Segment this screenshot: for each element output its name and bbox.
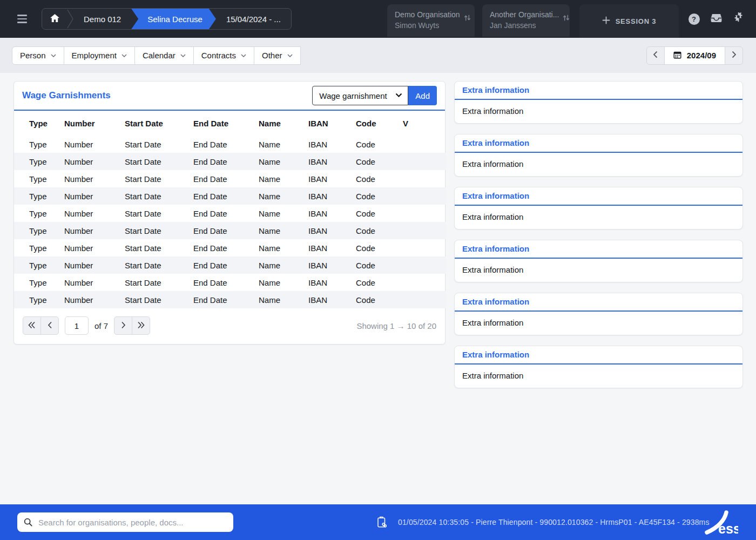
cell-end-date: End Date — [189, 170, 254, 187]
cell-code: Code — [352, 256, 399, 274]
inbox-button[interactable] — [710, 13, 722, 25]
extra-information-card-title[interactable]: Extra information — [455, 293, 742, 312]
cell-v — [399, 153, 446, 170]
breadcrumb-item[interactable]: Demo 012 — [73, 9, 131, 29]
breadcrumb-item-label: Selina Decruse — [147, 15, 202, 24]
cell-iban: IBAN — [304, 187, 352, 205]
cell-v — [399, 274, 446, 291]
extra-information-card-title[interactable]: Extra information — [455, 240, 742, 259]
page-number-input[interactable] — [65, 316, 89, 335]
cell-number: Number — [60, 170, 120, 187]
cell-code: Code — [352, 205, 399, 222]
cell-code: Code — [352, 187, 399, 205]
add-button[interactable]: Add — [408, 86, 437, 105]
column-header: End Date — [189, 111, 254, 136]
extra-information-card-body: Extra information — [455, 206, 742, 229]
chevron-right-icon — [121, 321, 126, 330]
cell-iban: IBAN — [304, 170, 352, 187]
chevron-down-icon — [122, 54, 127, 57]
extra-information-card: Extra information Extra information — [454, 81, 743, 124]
help-button[interactable]: ? — [688, 13, 700, 25]
hamburger-menu-icon[interactable] — [15, 12, 29, 25]
search-icon — [24, 518, 32, 526]
cell-start-date: Start Date — [120, 222, 189, 239]
breadcrumb-item[interactable]: 15/04/2024 - ... — [216, 9, 291, 29]
cell-name: Name — [254, 153, 304, 170]
settings-button[interactable] — [732, 13, 744, 25]
breadcrumb-item-label: Demo 012 — [84, 15, 121, 24]
next-page-button[interactable] — [114, 316, 132, 335]
panel-header: Wage Garnishments Wage garnishment Add — [14, 82, 445, 111]
extra-information-card-title[interactable]: Extra information — [455, 82, 742, 100]
next-period-button[interactable] — [725, 46, 743, 65]
add-type-select[interactable]: Wage garnishment — [312, 86, 408, 105]
session-organisation: Demo Organisation — [395, 9, 460, 20]
menu-dropdown-button[interactable]: Calendar — [134, 46, 194, 65]
table-row[interactable]: Type Number Start Date End Date Name IBA… — [14, 205, 446, 222]
cell-start-date: Start Date — [120, 136, 189, 153]
session-tab[interactable]: Another Organisati... Jan Janssens — [482, 4, 570, 37]
cell-number: Number — [60, 187, 120, 205]
new-session-label: SESSION 3 — [616, 17, 657, 25]
table-row[interactable]: Type Number Start Date End Date Name IBA… — [14, 187, 446, 205]
cell-end-date: End Date — [189, 239, 254, 256]
switch-session-icon[interactable] — [562, 14, 570, 37]
help-icon: ? — [688, 14, 700, 25]
extra-information-column: Extra information Extra information Extr… — [454, 81, 743, 504]
last-page-button[interactable] — [132, 316, 150, 335]
gear-icon — [733, 12, 744, 26]
switch-session-icon[interactable] — [463, 14, 471, 37]
table-row[interactable]: Type Number Start Date End Date Name IBA… — [14, 256, 446, 274]
breadcrumb-item-label: 15/04/2024 - ... — [226, 15, 281, 24]
table-row[interactable]: Type Number Start Date End Date Name IBA… — [14, 222, 446, 239]
table-row[interactable]: Type Number Start Date End Date Name IBA… — [14, 274, 446, 291]
previous-period-button[interactable] — [646, 46, 665, 65]
column-header: Type — [14, 111, 60, 136]
calendar-icon — [673, 51, 681, 60]
extra-information-card-body: Extra information — [455, 364, 742, 388]
column-header: V — [399, 111, 446, 136]
menu-dropdown-button[interactable]: Employment — [64, 46, 135, 65]
menu-group: Person Employment Calendar Contr — [12, 46, 301, 65]
double-chevron-left-icon — [28, 321, 36, 330]
menu-label: Person — [20, 51, 46, 60]
cell-start-date: Start Date — [120, 291, 189, 308]
table-row[interactable]: Type Number Start Date End Date Name IBA… — [14, 239, 446, 256]
copy-session-info-icon[interactable] — [377, 516, 387, 528]
menu-dropdown-button[interactable]: Other — [254, 46, 301, 65]
table-row[interactable]: Type Number Start Date End Date Name IBA… — [14, 136, 446, 153]
session-tab[interactable]: Demo Organisation Simon Wuyts — [387, 4, 475, 37]
extra-information-card-title[interactable]: Extra information — [455, 187, 742, 206]
showing-results-label: Showing 1 → 10 of 20 — [356, 321, 436, 330]
chevron-right-icon — [732, 51, 737, 60]
table-row[interactable]: Type Number Start Date End Date Name IBA… — [14, 291, 446, 308]
cell-iban: IBAN — [304, 256, 352, 274]
breadcrumb-home-button[interactable] — [42, 9, 67, 29]
table-row[interactable]: Type Number Start Date End Date Name IBA… — [14, 153, 446, 170]
extra-information-card-title[interactable]: Extra information — [455, 346, 742, 364]
cell-name: Name — [254, 205, 304, 222]
cell-v — [399, 136, 446, 153]
chevron-down-icon — [180, 54, 186, 57]
previous-page-button[interactable] — [40, 316, 59, 335]
cell-v — [399, 170, 446, 187]
menu-dropdown-button[interactable]: Contracts — [193, 46, 254, 65]
extra-information-card-title[interactable]: Extra information — [455, 134, 742, 153]
menu-dropdown-button[interactable]: Person — [12, 46, 64, 65]
new-session-button[interactable]: SESSION 3 — [579, 4, 679, 38]
cell-name: Name — [254, 170, 304, 187]
cell-code: Code — [352, 153, 399, 170]
session-organisation: Another Organisati... — [490, 9, 559, 20]
first-page-button[interactable] — [23, 316, 41, 335]
cell-type: Type — [14, 136, 60, 153]
cell-name: Name — [254, 239, 304, 256]
cell-number: Number — [60, 291, 120, 308]
column-header: IBAN — [304, 111, 352, 136]
column-header: Start Date — [120, 111, 189, 136]
table-row[interactable]: Type Number Start Date End Date Name IBA… — [14, 170, 446, 187]
chevron-left-icon — [653, 51, 658, 60]
chevron-down-icon — [287, 54, 293, 57]
search-input[interactable] — [37, 517, 227, 528]
breadcrumb-item[interactable]: Selina Decruse — [131, 9, 216, 29]
period-display-button[interactable]: 2024/09 — [664, 46, 725, 65]
